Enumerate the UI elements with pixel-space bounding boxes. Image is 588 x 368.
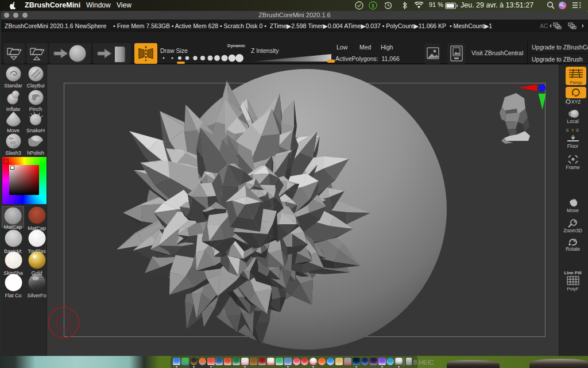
svg-text:$: $	[372, 3, 374, 9]
